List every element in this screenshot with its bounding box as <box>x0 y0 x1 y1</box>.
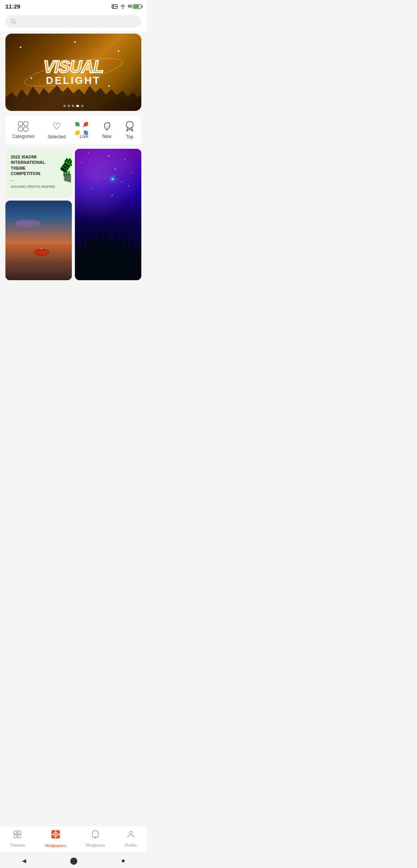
categories-row: Categories ♡ Selected Live New <box>5 116 141 144</box>
svg-rect-17 <box>66 170 68 176</box>
banner-text: VISUAL DELIGHT <box>43 58 103 87</box>
banner-title-line1: VISUAL <box>43 58 103 75</box>
category-top[interactable]: Top <box>125 121 135 140</box>
cyan-star <box>112 178 114 180</box>
battery-indicator: 90 <box>128 4 141 9</box>
status-bar: 11:29 90 <box>0 0 147 12</box>
dot-1[interactable] <box>63 105 66 107</box>
category-new[interactable]: New <box>102 121 112 139</box>
promo-card[interactable]: 2022 XIAOMI INTERNATIONAL THEME COMPETIT… <box>5 149 72 197</box>
blade-yellow <box>75 131 80 135</box>
leaf-icon <box>102 121 112 131</box>
battery-level: 90 <box>128 4 132 9</box>
cloud-graphic <box>12 216 43 230</box>
content-grid: 2022 XIAOMI INTERNATIONAL THEME COMPETIT… <box>0 144 147 327</box>
boat-graphic <box>32 248 51 258</box>
promo-tagline: IMAGINE.CREATE.INSPIRE. <box>11 185 56 189</box>
dot-5[interactable] <box>81 105 83 107</box>
night-sky-card[interactable] <box>75 149 141 280</box>
sim-icon <box>112 4 118 9</box>
category-live[interactable]: Live <box>79 121 89 139</box>
sunset-card[interactable] <box>5 201 72 280</box>
dot-4[interactable] <box>76 105 79 107</box>
category-categories[interactable]: Categories <box>12 121 34 139</box>
svg-rect-16 <box>63 172 65 177</box>
blade-green <box>75 122 80 126</box>
svg-line-4 <box>14 22 16 24</box>
svg-point-6 <box>126 121 133 128</box>
dot-2[interactable] <box>68 105 70 107</box>
promo-text: 2022 XIAOMI INTERNATIONAL THEME COMPETIT… <box>11 154 56 189</box>
search-bar <box>0 12 147 31</box>
wifi-icon <box>120 4 126 9</box>
banner-background: ✦ ✦ ✦ ✦ ✦ VISUAL DELIGHT <box>5 34 141 111</box>
pinwheel-icon <box>79 121 89 131</box>
svg-point-21 <box>26 220 40 225</box>
battery-icon <box>133 4 141 9</box>
dot-3[interactable] <box>72 105 74 107</box>
banner-title-line2: DELIGHT <box>43 75 103 87</box>
category-new-label: New <box>102 134 112 139</box>
blade-blue <box>84 131 88 135</box>
ribbon-icon <box>125 121 135 132</box>
battery-fill <box>134 5 139 8</box>
search-icon <box>11 19 16 24</box>
svg-rect-18 <box>68 171 70 176</box>
grid-icon <box>18 121 28 131</box>
heart-icon: ♡ <box>53 121 61 132</box>
banner-dots <box>63 105 83 107</box>
search-input-wrap[interactable] <box>5 15 141 27</box>
status-icons: 90 <box>112 4 141 9</box>
status-time: 11:29 <box>5 3 20 10</box>
category-selected[interactable]: ♡ Selected <box>47 121 66 140</box>
banner[interactable]: ✦ ✦ ✦ ✦ ✦ VISUAL DELIGHT <box>5 34 141 111</box>
search-input[interactable] <box>19 18 136 24</box>
category-selected-label: Selected <box>47 134 66 140</box>
promo-title: 2022 XIAOMI INTERNATIONAL THEME COMPETIT… <box>11 154 56 176</box>
pinwheel-center <box>83 126 85 127</box>
category-top-label: Top <box>126 134 133 140</box>
category-categories-label: Categories <box>12 134 34 139</box>
